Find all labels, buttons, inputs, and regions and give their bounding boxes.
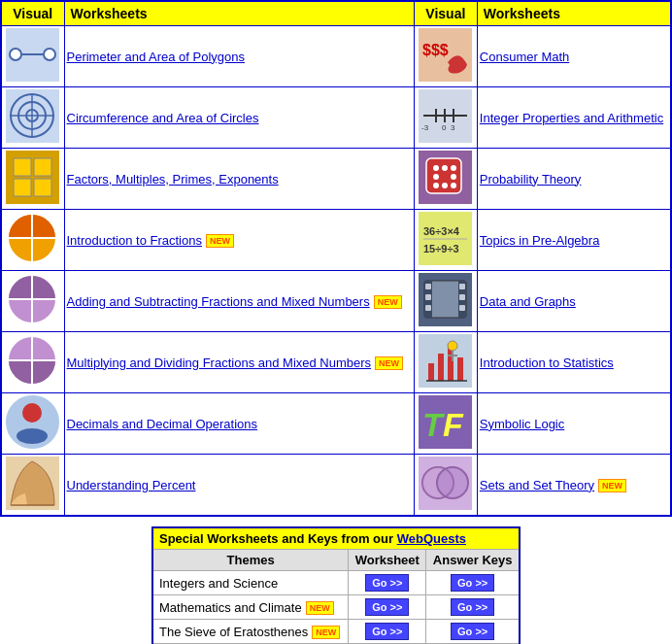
svg-text:3: 3	[451, 123, 455, 132]
worksheet-link-left-7[interactable]: Understanding Percent	[67, 478, 196, 492]
worksheet-go-cell-0: Go >>	[349, 571, 426, 595]
worksheet-cell-left-7: Understanding Percent	[64, 455, 414, 517]
visual-cell-right-6: T F	[414, 393, 477, 455]
line-icon	[6, 28, 59, 82]
answerkey-go-cell-0: Go >>	[426, 571, 520, 595]
worksheet-go-button-1[interactable]: Go >>	[365, 598, 409, 616]
worksheet-link-left-5[interactable]: Multiplying and Dividing Fractions and M…	[67, 356, 372, 370]
answerkey-go-button-2[interactable]: Go >>	[451, 623, 494, 640]
svg-point-68	[448, 341, 457, 351]
svg-point-72	[22, 403, 42, 423]
svg-text:-3: -3	[421, 123, 429, 132]
svg-point-73	[17, 428, 48, 444]
worksheet-link-right-4[interactable]: Data and Graphs	[480, 294, 576, 309]
worksheet-go-cell-1: Go >>	[349, 595, 426, 620]
visual-cell-left-1	[1, 87, 64, 149]
worksheet-link-right-0[interactable]: Consumer Math	[480, 50, 569, 64]
svg-rect-53	[425, 294, 431, 300]
svg-point-30	[451, 165, 456, 171]
theme-cell-1: Mathematics and ClimateNEW	[152, 595, 349, 620]
svg-rect-22	[14, 158, 31, 176]
gear-icon	[6, 151, 59, 204]
theme-cell-2: The Sieve of EratosthenesNEW	[152, 620, 349, 644]
money-icon: $$$	[419, 28, 472, 82]
col-themes-header: Themes	[152, 550, 349, 571]
tf-icon: T F	[419, 395, 472, 449]
worksheet-cell-left-4: Adding and Subtracting Fractions and Mix…	[64, 271, 414, 332]
film-icon	[419, 273, 472, 326]
worksheet-link-left-3[interactable]: Introduction to Fractions	[67, 233, 202, 248]
worksheet-link-right-5[interactable]: Introduction to Statistics	[480, 356, 614, 370]
svg-text:36÷3×4: 36÷3×4	[423, 225, 460, 237]
webquests-link[interactable]: WebQuests	[397, 531, 466, 546]
new-badge: NEW	[375, 356, 403, 370]
worksheet-cell-left-5: Multiplying and Dividing Fractions and M…	[64, 332, 414, 393]
worksheet-go-button-0[interactable]: Go >>	[365, 574, 409, 592]
worksheet-cell-left-6: Decimals and Decimal Operations	[64, 393, 414, 455]
visual-cell-left-4	[1, 271, 64, 332]
visual-cell-right-7	[414, 455, 477, 517]
blue-dot-icon	[6, 395, 59, 449]
venn-icon	[419, 457, 472, 510]
purple-fraction2-icon	[6, 334, 59, 388]
svg-point-28	[433, 165, 439, 171]
main-worksheets-table: Visual Worksheets Visual Worksheets Peri…	[0, 0, 672, 517]
svg-rect-25	[34, 179, 51, 196]
worksheet-cell-right-5: Introduction to Statistics	[477, 332, 671, 393]
svg-point-29	[442, 165, 448, 171]
special-table: Special Worksheets and Keys from our Web…	[151, 526, 521, 644]
algebra-icon: 36÷3×4 15÷9÷3	[419, 212, 472, 265]
visual-cell-left-2	[1, 149, 64, 210]
svg-rect-24	[14, 179, 31, 196]
svg-point-1	[10, 49, 21, 60]
special-title: Special Worksheets and Keys from our	[159, 531, 397, 546]
worksheet-link-left-2[interactable]: Factors, Multiples, Primes, Exponents	[67, 172, 279, 186]
worksheet-cell-right-0: Consumer Math	[477, 26, 671, 87]
svg-point-83	[437, 467, 468, 498]
visual-cell-left-3	[1, 210, 64, 271]
worksheet-cell-right-7: Sets and Set TheoryNEW	[477, 455, 671, 517]
col-worksheets-left: Worksheets	[64, 1, 414, 26]
worksheet-link-left-4[interactable]: Adding and Subtracting Fractions and Mix…	[67, 294, 370, 309]
answerkey-go-button-1[interactable]: Go >>	[451, 598, 494, 616]
answerkey-go-button-0[interactable]: Go >>	[451, 574, 494, 592]
stats-icon	[419, 334, 472, 388]
worksheet-link-left-1[interactable]: Circumference and Area of Circles	[67, 111, 259, 125]
answerkey-go-cell-2: Go >>	[426, 620, 520, 644]
new-badge: NEW	[598, 479, 626, 492]
col-visual-right: Visual	[414, 1, 477, 26]
svg-point-33	[433, 183, 439, 188]
col-visual-left: Visual	[1, 1, 64, 26]
visual-cell-right-4	[414, 271, 477, 332]
col-worksheets-right: Worksheets	[477, 1, 671, 26]
svg-text:$$$: $$$	[422, 42, 449, 58]
svg-text:15÷9÷3: 15÷9÷3	[423, 243, 459, 254]
worksheet-cell-right-3: Topics in Pre-Algebra	[477, 210, 671, 271]
worksheet-cell-left-1: Circumference and Area of Circles	[64, 87, 414, 149]
worksheet-cell-left-2: Factors, Multiples, Primes, Exponents	[64, 149, 414, 210]
worksheet-link-left-0[interactable]: Perimeter and Area of Polygons	[67, 50, 246, 64]
worksheet-link-right-1[interactable]: Integer Properties and Arithmetic	[480, 111, 663, 125]
worksheet-go-button-2[interactable]: Go >>	[365, 623, 409, 640]
visual-cell-left-7	[1, 455, 64, 517]
worksheet-link-right-2[interactable]: Probability Theory	[480, 172, 582, 186]
new-badge: NEW	[312, 626, 340, 639]
svg-point-34	[442, 183, 448, 188]
worksheet-link-right-7[interactable]: Sets and Set Theory	[480, 478, 594, 492]
orange-fraction-icon	[6, 212, 59, 265]
answerkey-go-cell-1: Go >>	[426, 595, 520, 620]
worksheet-link-right-3[interactable]: Topics in Pre-Algebra	[480, 233, 600, 248]
purple-fraction-icon	[6, 273, 59, 326]
worksheet-cell-left-3: Introduction to FractionsNEW	[64, 210, 414, 271]
svg-point-3	[44, 49, 55, 60]
svg-point-32	[451, 174, 456, 180]
visual-cell-right-0: $$$	[414, 26, 477, 87]
worksheet-cell-right-6: Symbolic Logic	[477, 393, 671, 455]
col-answerkeys-header: Answer Keys	[426, 550, 520, 571]
svg-rect-57	[459, 305, 465, 311]
worksheet-link-right-6[interactable]: Symbolic Logic	[480, 417, 564, 431]
worksheet-cell-left-0: Perimeter and Area of Polygons	[64, 26, 414, 87]
col-worksheet-header: Worksheet	[349, 550, 426, 571]
worksheet-link-left-6[interactable]: Decimals and Decimal Operations	[67, 417, 258, 431]
new-badge: NEW	[306, 601, 334, 615]
